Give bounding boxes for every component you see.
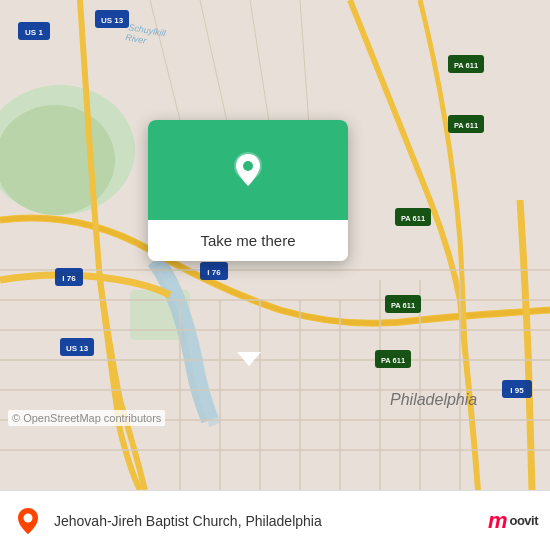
svg-text:PA 611: PA 611 [454, 61, 478, 70]
svg-text:PA 611: PA 611 [401, 214, 425, 223]
svg-text:PA 611: PA 611 [391, 301, 415, 310]
location-pin-icon [226, 148, 270, 192]
svg-text:I 95: I 95 [510, 386, 524, 395]
bottom-location-icon [12, 505, 44, 537]
map-attribution: © OpenStreetMap contributors [8, 410, 165, 426]
popup-green-area [148, 120, 348, 220]
svg-text:US 13: US 13 [101, 16, 124, 25]
svg-text:US 13: US 13 [66, 344, 89, 353]
svg-text:US 1: US 1 [25, 28, 43, 37]
take-me-there-button[interactable]: Take me there [148, 220, 348, 261]
svg-text:Philadelphia: Philadelphia [390, 391, 477, 408]
svg-point-50 [243, 161, 253, 171]
svg-text:I 76: I 76 [207, 268, 221, 277]
svg-text:I 76: I 76 [62, 274, 76, 283]
moovit-logo-text: oovit [509, 513, 538, 528]
svg-text:PA 611: PA 611 [454, 121, 478, 130]
moovit-logo: m oovit [488, 508, 538, 534]
map-container: US 1 US 13 US 13 I 76 I 76 PA 611 PA 611… [0, 0, 550, 490]
svg-point-51 [24, 513, 33, 522]
svg-text:PA 611: PA 611 [381, 356, 405, 365]
popup-tail [237, 352, 261, 366]
bottom-bar: Jehovah-Jireh Baptist Church, Philadelph… [0, 490, 550, 550]
bottom-location-text: Jehovah-Jireh Baptist Church, Philadelph… [54, 513, 478, 529]
moovit-logo-m: m [488, 508, 508, 534]
svg-point-2 [0, 105, 115, 215]
popup-card: Take me there [148, 120, 348, 261]
